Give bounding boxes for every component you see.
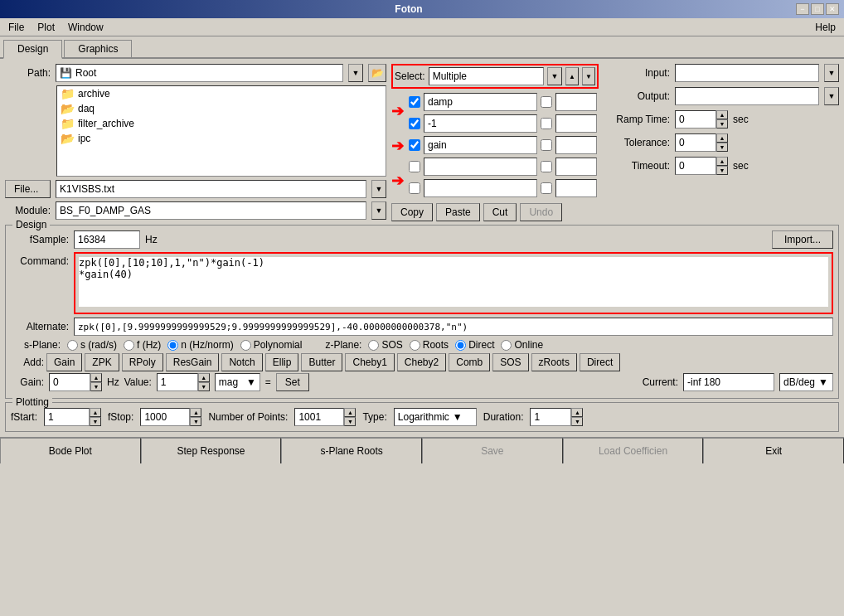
timeout-input[interactable]: 0: [675, 157, 716, 175]
s-plane-hz-option[interactable]: f (Hz): [124, 339, 161, 351]
list-item[interactable]: 📂 ipc: [57, 131, 386, 146]
copy-button[interactable]: Copy: [391, 203, 433, 221]
add-cheby2-button[interactable]: Cheby2: [397, 353, 446, 371]
filter-check2[interactable]: [541, 182, 552, 194]
dbdeg-combo[interactable]: dB/deg ▼: [779, 373, 833, 391]
mag-combo[interactable]: mag ▼: [215, 373, 260, 391]
value-down[interactable]: ▼: [198, 382, 210, 391]
input-combo[interactable]: [675, 64, 819, 82]
menu-plot[interactable]: Plot: [32, 21, 60, 34]
close-button[interactable]: ✕: [826, 3, 839, 15]
menu-window[interactable]: Window: [63, 21, 109, 34]
filter-extra[interactable]: [555, 158, 597, 176]
z-plane-sos-option[interactable]: SOS: [368, 339, 402, 351]
filter-check1[interactable]: [409, 182, 420, 194]
fstop-up[interactable]: ▲: [190, 408, 201, 417]
add-cheby1-button[interactable]: Cheby1: [345, 353, 394, 371]
timeout-down[interactable]: ▼: [716, 166, 728, 175]
npoints-up[interactable]: ▲: [344, 408, 356, 417]
value-spin[interactable]: ▲ ▼: [198, 373, 210, 391]
gain-down[interactable]: ▼: [90, 382, 102, 391]
s-plane-norm-option[interactable]: n (Hz/norm): [167, 339, 233, 351]
z-plane-roots-radio[interactable]: [410, 340, 420, 351]
select-combo[interactable]: Multiple: [429, 67, 544, 85]
add-gain-button[interactable]: Gain: [46, 353, 82, 371]
load-coefficients-button[interactable]: Load Coefficien: [563, 438, 704, 463]
z-plane-online-radio[interactable]: [501, 340, 512, 351]
fstart-down[interactable]: ▼: [90, 417, 101, 426]
add-zpk-button[interactable]: ZPK: [85, 353, 119, 371]
fsample-input[interactable]: 16384: [74, 230, 140, 249]
add-butter-button[interactable]: Butter: [301, 353, 342, 371]
tab-graphics[interactable]: Graphics: [64, 40, 132, 57]
window-controls[interactable]: − □ ✕: [796, 3, 839, 15]
npoints-down[interactable]: ▼: [344, 417, 356, 426]
set-button[interactable]: Set: [276, 373, 309, 391]
npoints-spin[interactable]: ▲ ▼: [344, 408, 356, 426]
filter-name-field[interactable]: damp: [424, 93, 537, 111]
fstop-spin[interactable]: ▲ ▼: [190, 408, 201, 426]
ramp-spin-arrows[interactable]: ▲ ▼: [716, 110, 728, 129]
gain-up[interactable]: ▲: [90, 373, 102, 382]
select-down-button[interactable]: ▼: [582, 67, 595, 85]
filter-name-field[interactable]: [424, 179, 537, 197]
filter-extra[interactable]: [555, 114, 597, 133]
output-combo[interactable]: [675, 87, 819, 105]
select-dropdown-button[interactable]: ▼: [547, 67, 562, 85]
s-plane-hz-radio[interactable]: [124, 340, 134, 351]
module-dropdown-button[interactable]: ▼: [371, 201, 386, 220]
add-ellip-button[interactable]: Ellip: [265, 353, 299, 371]
tolerance-up[interactable]: ▲: [716, 133, 728, 143]
cut-button[interactable]: Cut: [483, 203, 517, 221]
undo-button[interactable]: Undo: [520, 203, 562, 221]
timeout-spin-arrows[interactable]: ▲ ▼: [716, 157, 728, 175]
type-combo[interactable]: Logarithmic ▼: [394, 408, 477, 426]
tolerance-down[interactable]: ▼: [716, 143, 728, 152]
filter-check1[interactable]: [409, 118, 420, 129]
ramp-up[interactable]: ▲: [716, 110, 728, 119]
fstart-spin[interactable]: ▲ ▼: [90, 408, 101, 426]
filter-check1[interactable]: [409, 96, 420, 108]
filter-check2[interactable]: [541, 118, 552, 129]
add-zroots-button[interactable]: zRoots: [531, 353, 577, 371]
timeout-up[interactable]: ▲: [716, 157, 728, 166]
module-input[interactable]: BS_F0_DAMP_GAS: [56, 201, 366, 220]
add-rpoly-button[interactable]: RPoly: [122, 353, 163, 371]
list-item[interactable]: 📁 archive: [57, 86, 386, 101]
s-plane-rad-radio[interactable]: [67, 340, 78, 351]
z-plane-direct-option[interactable]: Direct: [455, 339, 494, 351]
s-plane-norm-radio[interactable]: [167, 340, 178, 351]
filter-name-field[interactable]: gain: [424, 136, 537, 154]
exit-button[interactable]: Exit: [703, 438, 844, 463]
output-dropdown[interactable]: ▼: [824, 87, 839, 105]
alternate-input[interactable]: zpk([0],[9.9999999999999529;9.9999999999…: [74, 318, 833, 336]
filter-check2[interactable]: [541, 161, 552, 172]
gain-spin[interactable]: ▲ ▼: [90, 373, 102, 391]
step-response-button[interactable]: Step Response: [141, 438, 282, 463]
gain-input[interactable]: 0: [49, 373, 90, 391]
file-dropdown-button[interactable]: ▼: [371, 180, 386, 198]
filter-extra[interactable]: [555, 93, 597, 111]
duration-spin[interactable]: ▲ ▼: [571, 408, 583, 426]
file-listbox[interactable]: 📁 archive 📂 daq 📁 filter_archive 📂 ipc: [56, 85, 386, 177]
tolerance-input[interactable]: 0: [675, 133, 716, 152]
list-item[interactable]: 📁 filter_archive: [57, 116, 386, 131]
s-plane-poly-option[interactable]: Polynomial: [240, 339, 303, 351]
paste-button[interactable]: Paste: [436, 203, 480, 221]
filter-extra[interactable]: [555, 179, 597, 197]
browse-button[interactable]: 📂: [368, 64, 386, 82]
z-plane-roots-option[interactable]: Roots: [410, 339, 449, 351]
s-plane-rad-option[interactable]: s (rad/s): [67, 339, 117, 351]
list-item[interactable]: 📂 daq: [57, 101, 386, 116]
tab-design[interactable]: Design: [3, 40, 62, 59]
npoints-input[interactable]: 1001: [294, 408, 344, 426]
s-plane-poly-radio[interactable]: [240, 340, 251, 351]
file-button[interactable]: File...: [5, 180, 51, 198]
duration-input[interactable]: 1: [530, 408, 571, 426]
value-input[interactable]: 1: [157, 373, 198, 391]
import-button[interactable]: Import...: [772, 230, 833, 249]
filter-check1[interactable]: [409, 139, 420, 151]
fstart-input[interactable]: 1: [44, 408, 90, 426]
duration-up[interactable]: ▲: [571, 408, 583, 417]
z-plane-sos-radio[interactable]: [368, 340, 379, 351]
